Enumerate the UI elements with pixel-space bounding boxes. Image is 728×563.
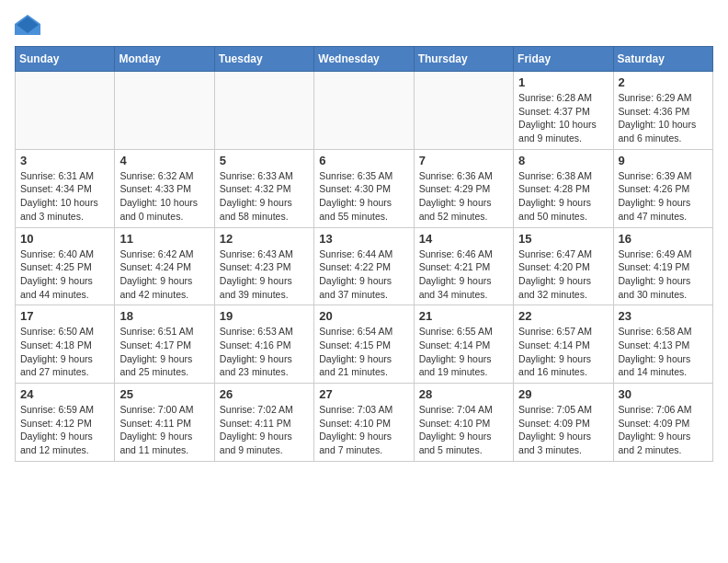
- column-header-saturday: Saturday: [613, 47, 712, 72]
- calendar-cell: 12Sunrise: 6:43 AM Sunset: 4:23 PM Dayli…: [214, 227, 313, 305]
- day-info: Sunrise: 7:03 AM Sunset: 4:10 PM Dayligh…: [319, 403, 408, 457]
- day-number: 18: [119, 309, 209, 323]
- calendar-cell: 30Sunrise: 7:06 AM Sunset: 4:09 PM Dayli…: [613, 384, 712, 462]
- day-number: 26: [220, 387, 309, 401]
- day-info: Sunrise: 6:55 AM Sunset: 4:14 PM Dayligh…: [419, 325, 508, 379]
- day-info: Sunrise: 6:53 AM Sunset: 4:16 PM Dayligh…: [220, 325, 309, 379]
- calendar-cell: 24Sunrise: 6:59 AM Sunset: 4:12 PM Dayli…: [16, 384, 115, 462]
- calendar-cell: 1Sunrise: 6:28 AM Sunset: 4:37 PM Daylig…: [514, 72, 613, 150]
- day-number: 5: [220, 154, 309, 167]
- day-info: Sunrise: 6:33 AM Sunset: 4:32 PM Dayligh…: [220, 169, 309, 224]
- calendar-cell: [414, 72, 513, 150]
- day-info: Sunrise: 7:00 AM Sunset: 4:11 PM Dayligh…: [119, 403, 209, 457]
- calendar-cell: 16Sunrise: 6:49 AM Sunset: 4:19 PM Dayli…: [613, 227, 712, 305]
- calendar-cell: 18Sunrise: 6:51 AM Sunset: 4:17 PM Dayli…: [115, 305, 214, 384]
- column-header-thursday: Thursday: [414, 47, 513, 72]
- day-info: Sunrise: 6:54 AM Sunset: 4:15 PM Dayligh…: [319, 325, 408, 379]
- day-info: Sunrise: 6:58 AM Sunset: 4:13 PM Dayligh…: [619, 325, 708, 379]
- calendar-cell: 17Sunrise: 6:50 AM Sunset: 4:18 PM Dayli…: [16, 305, 115, 384]
- day-number: 9: [619, 154, 708, 167]
- day-info: Sunrise: 6:50 AM Sunset: 4:18 PM Dayligh…: [20, 325, 109, 379]
- calendar-cell: [214, 72, 313, 150]
- column-header-friday: Friday: [514, 47, 613, 72]
- day-number: 27: [319, 387, 408, 401]
- logo-icon: [15, 15, 40, 35]
- day-number: 12: [220, 232, 309, 246]
- day-number: 23: [619, 309, 708, 323]
- day-number: 8: [518, 154, 608, 167]
- calendar-cell: 8Sunrise: 6:38 AM Sunset: 4:28 PM Daylig…: [514, 149, 613, 227]
- day-info: Sunrise: 6:46 AM Sunset: 4:21 PM Dayligh…: [419, 247, 508, 302]
- calendar-week-5: 24Sunrise: 6:59 AM Sunset: 4:12 PM Dayli…: [16, 384, 713, 462]
- day-info: Sunrise: 6:38 AM Sunset: 4:28 PM Dayligh…: [518, 169, 608, 224]
- calendar-cell: 7Sunrise: 6:36 AM Sunset: 4:29 PM Daylig…: [414, 149, 513, 227]
- day-info: Sunrise: 6:49 AM Sunset: 4:19 PM Dayligh…: [619, 247, 708, 302]
- column-header-sunday: Sunday: [16, 47, 115, 72]
- day-number: 16: [619, 232, 708, 246]
- calendar-cell: 28Sunrise: 7:04 AM Sunset: 4:10 PM Dayli…: [414, 384, 513, 462]
- calendar-cell: 27Sunrise: 7:03 AM Sunset: 4:10 PM Dayli…: [314, 384, 414, 462]
- day-info: Sunrise: 6:51 AM Sunset: 4:17 PM Dayligh…: [119, 325, 209, 379]
- day-number: 30: [619, 387, 708, 401]
- page-header: [15, 15, 713, 35]
- calendar-cell: 26Sunrise: 7:02 AM Sunset: 4:11 PM Dayli…: [214, 384, 313, 462]
- day-number: 3: [20, 154, 109, 167]
- day-info: Sunrise: 6:40 AM Sunset: 4:25 PM Dayligh…: [20, 247, 109, 302]
- calendar-cell: 10Sunrise: 6:40 AM Sunset: 4:25 PM Dayli…: [16, 227, 115, 305]
- day-number: 13: [319, 232, 408, 246]
- day-number: 10: [20, 232, 109, 246]
- calendar-cell: 9Sunrise: 6:39 AM Sunset: 4:26 PM Daylig…: [613, 149, 712, 227]
- day-info: Sunrise: 7:06 AM Sunset: 4:09 PM Dayligh…: [619, 403, 708, 457]
- day-info: Sunrise: 6:36 AM Sunset: 4:29 PM Dayligh…: [419, 169, 508, 224]
- day-number: 19: [220, 309, 309, 323]
- day-number: 20: [319, 309, 408, 323]
- calendar-header-row: SundayMondayTuesdayWednesdayThursdayFrid…: [16, 47, 713, 72]
- day-number: 7: [419, 154, 508, 167]
- column-header-monday: Monday: [115, 47, 214, 72]
- calendar-cell: [16, 72, 115, 150]
- day-number: 24: [20, 387, 109, 401]
- day-number: 25: [119, 387, 209, 401]
- calendar-cell: 22Sunrise: 6:57 AM Sunset: 4:14 PM Dayli…: [514, 305, 613, 384]
- logo: [15, 15, 44, 35]
- day-info: Sunrise: 6:28 AM Sunset: 4:37 PM Dayligh…: [518, 91, 608, 145]
- day-number: 17: [20, 309, 109, 323]
- day-number: 2: [619, 75, 708, 89]
- calendar-cell: 5Sunrise: 6:33 AM Sunset: 4:32 PM Daylig…: [214, 149, 313, 227]
- day-info: Sunrise: 7:05 AM Sunset: 4:09 PM Dayligh…: [518, 403, 608, 457]
- day-info: Sunrise: 6:29 AM Sunset: 4:36 PM Dayligh…: [619, 91, 708, 145]
- day-info: Sunrise: 6:42 AM Sunset: 4:24 PM Dayligh…: [119, 247, 209, 302]
- calendar-cell: 4Sunrise: 6:32 AM Sunset: 4:33 PM Daylig…: [115, 149, 214, 227]
- calendar-cell: 3Sunrise: 6:31 AM Sunset: 4:34 PM Daylig…: [16, 149, 115, 227]
- column-header-wednesday: Wednesday: [314, 47, 414, 72]
- calendar-cell: 19Sunrise: 6:53 AM Sunset: 4:16 PM Dayli…: [214, 305, 313, 384]
- day-number: 11: [119, 232, 209, 246]
- calendar-table: SundayMondayTuesdayWednesdayThursdayFrid…: [15, 46, 713, 462]
- day-number: 15: [518, 232, 608, 246]
- day-number: 29: [518, 387, 608, 401]
- day-info: Sunrise: 6:31 AM Sunset: 4:34 PM Dayligh…: [20, 169, 109, 224]
- day-number: 22: [518, 309, 608, 323]
- day-info: Sunrise: 7:04 AM Sunset: 4:10 PM Dayligh…: [419, 403, 508, 457]
- calendar-cell: [115, 72, 214, 150]
- day-number: 1: [518, 75, 608, 89]
- day-info: Sunrise: 6:57 AM Sunset: 4:14 PM Dayligh…: [518, 325, 608, 379]
- day-info: Sunrise: 6:39 AM Sunset: 4:26 PM Dayligh…: [619, 169, 708, 224]
- day-info: Sunrise: 7:02 AM Sunset: 4:11 PM Dayligh…: [220, 403, 309, 457]
- day-number: 28: [419, 387, 508, 401]
- calendar-cell: 2Sunrise: 6:29 AM Sunset: 4:36 PM Daylig…: [613, 72, 712, 150]
- day-info: Sunrise: 6:59 AM Sunset: 4:12 PM Dayligh…: [20, 403, 109, 457]
- day-info: Sunrise: 6:43 AM Sunset: 4:23 PM Dayligh…: [220, 247, 309, 302]
- calendar-cell: 14Sunrise: 6:46 AM Sunset: 4:21 PM Dayli…: [414, 227, 513, 305]
- calendar-cell: 29Sunrise: 7:05 AM Sunset: 4:09 PM Dayli…: [514, 384, 613, 462]
- calendar-cell: 21Sunrise: 6:55 AM Sunset: 4:14 PM Dayli…: [414, 305, 513, 384]
- calendar-week-2: 3Sunrise: 6:31 AM Sunset: 4:34 PM Daylig…: [16, 149, 713, 227]
- calendar-week-3: 10Sunrise: 6:40 AM Sunset: 4:25 PM Dayli…: [16, 227, 713, 305]
- day-number: 21: [419, 309, 508, 323]
- day-info: Sunrise: 6:32 AM Sunset: 4:33 PM Dayligh…: [119, 169, 209, 224]
- calendar-cell: 15Sunrise: 6:47 AM Sunset: 4:20 PM Dayli…: [514, 227, 613, 305]
- day-info: Sunrise: 6:35 AM Sunset: 4:30 PM Dayligh…: [319, 169, 408, 224]
- day-number: 4: [119, 154, 209, 167]
- calendar-week-4: 17Sunrise: 6:50 AM Sunset: 4:18 PM Dayli…: [16, 305, 713, 384]
- column-header-tuesday: Tuesday: [214, 47, 313, 72]
